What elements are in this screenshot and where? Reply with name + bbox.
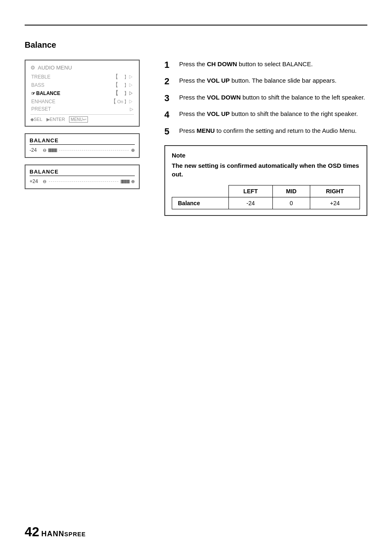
dashed-line-left [59,150,129,151]
bass-bar: 【 】▷ [113,81,133,89]
table-header-empty [172,185,229,197]
minus-circle-right: ⊖ [43,179,46,184]
balance-table: LEFT MID RIGHT Balance -24 0 +24 [172,185,360,209]
step-5-number: 5 [164,126,175,137]
audio-menu-row-enhance: ENHANCE 【 On 】▷ [30,98,134,105]
step-1-number: 1 [164,60,175,70]
step-3: 3 Press the VOL DOWN button to shift the… [164,93,367,104]
treble-bar: 【 】▷ [113,73,133,81]
bass-label: BASS [31,82,60,88]
audio-menu-row-balance: ☞BALANCE 【 】▷ [30,90,134,97]
preset-bar: ▷ [130,107,133,112]
step-4-text: Press the VOL UP button to shift the bal… [179,109,358,119]
table-header-mid: MID [272,185,310,197]
brand-name: HANNspree [39,530,86,538]
balance-left-bar: -24 ⊖ |||||||||||||||| ⊕ [30,146,135,154]
right-ticks: |||||||||||||||| [121,179,129,183]
brand-hann: HANN [41,530,64,538]
enter-label: ▶ENTER [46,117,65,122]
balance-right-value: +24 [30,178,41,184]
step-3-text: Press the VOL DOWN button to shift the b… [179,93,365,102]
main-content: ⚙ AUDIO MENU TREBLE 【 】▷ [25,60,367,216]
cursor-icon: ☞ [31,91,35,96]
page-number: 42 [25,524,39,540]
table-cell-balance-left: -24 [228,197,272,209]
gear-icon: ⚙ [30,65,35,71]
balance-left-title: BALANCE [30,137,135,145]
balance-left-value: -24 [30,147,41,153]
table-cell-balance-label: Balance [172,197,229,209]
table-cell-balance-right: +24 [310,197,360,209]
enhance-bar: 【 On 】▷ [111,98,133,105]
audio-menu-row-bass: BASS 【 】▷ [30,81,134,89]
menu-back-label: MENU↩ [69,116,88,123]
step-3-number: 3 [164,93,175,104]
table-cell-balance-mid: 0 [272,197,310,209]
table-row-balance: Balance -24 0 +24 [172,197,360,209]
audio-menu-box: ⚙ AUDIO MENU TREBLE 【 】▷ [25,60,140,127]
audio-menu-rows: TREBLE 【 】▷ BASS 【 】▷ [30,73,134,112]
step-5-text: Press MENU to confirm the setting and re… [179,126,357,136]
table-header-left: LEFT [228,185,272,197]
preset-label: PRESET [31,106,60,112]
audio-menu-row-preset: PRESET ▷ [30,106,134,112]
step-4-number: 4 [164,109,175,120]
balance-right-bar: +24 ⊖ |||||||||||||||| ⊕ [30,178,135,185]
plus-circle-left: ⊕ [131,148,135,153]
note-label: Note [172,152,360,159]
treble-label: TREBLE [31,74,60,80]
brand-spree: spree [64,531,85,537]
audio-menu-footer: ◆SEL ▶ENTER MENU↩ [30,114,134,123]
sel-label: ◆SEL [30,117,42,122]
balance-label: ☞BALANCE [31,90,60,96]
section-title: Balance [25,40,367,50]
step-1: 1 Press the CH DOWN button to select BAL… [164,60,367,70]
balance-right-title: BALANCE [30,169,135,176]
plus-circle-right: ⊕ [131,179,135,184]
step-4: 4 Press the VOL UP button to shift the b… [164,109,367,120]
step-2-text: Press the VOL UP button. The balance sli… [179,76,337,86]
enhance-label: ENHANCE [31,99,60,104]
step-1-text: Press the CH DOWN button to select BALAN… [179,60,313,69]
right-column: 1 Press the CH DOWN button to select BAL… [164,60,367,216]
step-2-number: 2 [164,76,175,87]
step-2: 2 Press the VOL UP button. The balance s… [164,76,367,87]
table-header-right: RIGHT [310,185,360,197]
audio-menu-label: AUDIO MENU [38,65,72,71]
dashed-line-right [49,181,118,182]
note-box: Note The new setting is confirmed automa… [164,145,367,216]
audio-menu-title: ⚙ AUDIO MENU [30,65,134,71]
audio-menu-row-treble: TREBLE 【 】▷ [30,73,134,81]
page-footer: 42 HANNspree [25,524,86,540]
note-text: The new setting is confirmed automatical… [172,161,360,178]
balance-display-right: BALANCE +24 ⊖ |||||||||||||||| ⊕ [25,164,140,189]
minus-circle-left: ⊖ [43,148,46,153]
step-5: 5 Press MENU to confirm the setting and … [164,126,367,137]
top-divider [25,25,367,25]
steps-list: 1 Press the CH DOWN button to select BAL… [164,60,367,137]
balance-display-left: BALANCE -24 ⊖ |||||||||||||||| ⊕ [25,133,140,158]
enhance-value: On [117,99,123,104]
left-ticks: |||||||||||||||| [48,148,57,152]
left-column: ⚙ AUDIO MENU TREBLE 【 】▷ [25,60,148,189]
balance-bar: 【 】▷ [113,90,133,97]
